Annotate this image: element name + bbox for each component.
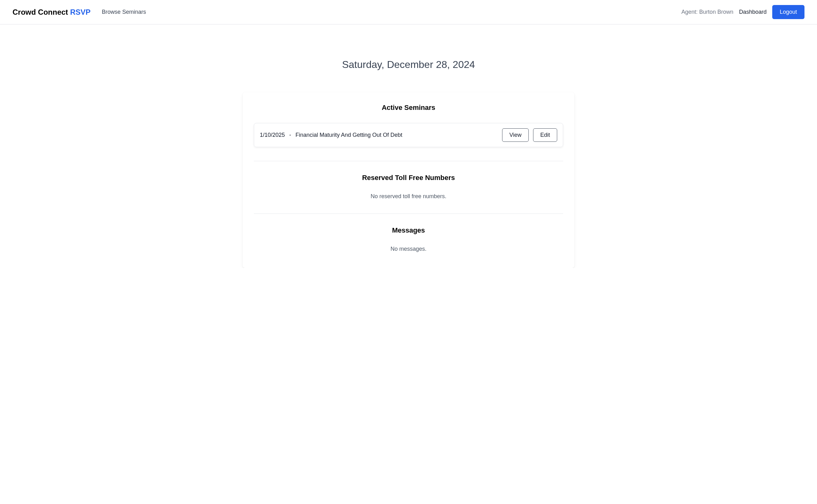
logout-button[interactable]: Logout — [772, 5, 804, 19]
seminar-date: 1/10/2025 — [260, 132, 285, 138]
seminar-info: 1/10/2025 - Financial Maturity And Getti… — [260, 132, 402, 138]
logo[interactable]: Crowd Connect RSVP — [13, 8, 90, 17]
messages-title: Messages — [254, 226, 563, 234]
seminar-separator: - — [289, 132, 291, 138]
agent-label: Agent: Burton Brown — [681, 9, 733, 15]
messages-empty-text: No messages. — [254, 246, 563, 252]
dashboard-link[interactable]: Dashboard — [739, 9, 767, 15]
main-content: Saturday, December 28, 2024 Active Semin… — [236, 59, 581, 268]
logo-accent-text: RSVP — [70, 8, 90, 16]
header-right: Agent: Burton Brown Dashboard Logout — [681, 5, 804, 19]
header: Crowd Connect RSVP Browse Seminars Agent… — [0, 0, 817, 24]
header-left: Crowd Connect RSVP Browse Seminars — [13, 8, 146, 17]
logo-primary-text: Crowd Connect — [13, 8, 70, 16]
seminar-actions: View Edit — [502, 128, 557, 142]
section-divider — [254, 161, 563, 161]
edit-button[interactable]: Edit — [533, 128, 557, 142]
section-divider — [254, 213, 563, 214]
active-seminars-title: Active Seminars — [254, 104, 563, 112]
date-heading: Saturday, December 28, 2024 — [243, 59, 574, 70]
view-button[interactable]: View — [502, 128, 529, 142]
toll-free-empty-text: No reserved toll free numbers. — [254, 193, 563, 200]
toll-free-title: Reserved Toll Free Numbers — [254, 174, 563, 182]
browse-seminars-link[interactable]: Browse Seminars — [102, 9, 146, 15]
seminar-title: Financial Maturity And Getting Out Of De… — [295, 132, 402, 138]
seminar-row: 1/10/2025 - Financial Maturity And Getti… — [254, 123, 563, 147]
dashboard-card: Active Seminars 1/10/2025 - Financial Ma… — [243, 92, 574, 268]
